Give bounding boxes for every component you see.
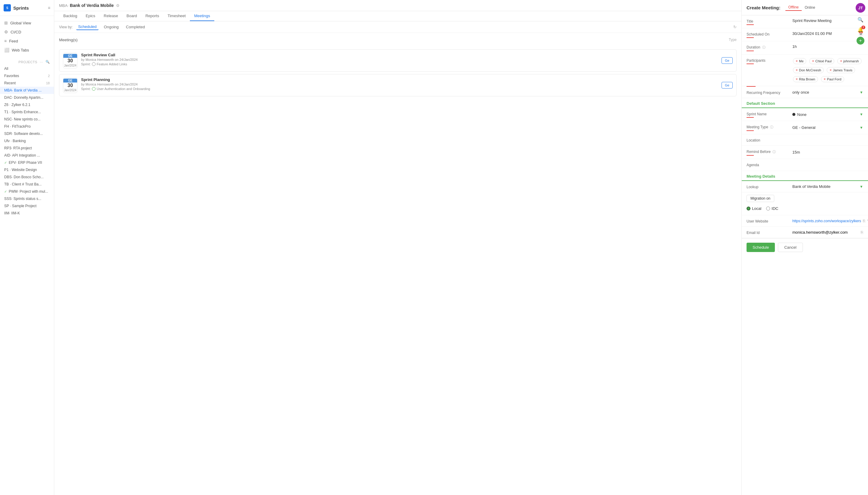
remind-before-info-icon[interactable]: ⓘ [772, 150, 776, 154]
sprint-none-text: None [797, 112, 806, 117]
sidebar-project-ufv[interactable]: Ufv · Banking [0, 137, 54, 144]
sidebar-item-global-view[interactable]: ⊞ Global View [0, 18, 54, 28]
radio-idc[interactable]: IDC [766, 206, 778, 211]
meeting-title: Sprint Review Call [81, 53, 733, 57]
ci-cd-icon: ⚙ [4, 30, 8, 34]
sidebar-project-fh[interactable]: FH · FitTrackPro [0, 123, 54, 130]
sidebar-item-feed[interactable]: ≡ Feed [0, 36, 54, 46]
projects-search-icon[interactable]: 🔍 [46, 60, 50, 64]
footer-actions: Schedule Cancel [742, 238, 868, 256]
check-icon: ✓ [4, 161, 7, 165]
settings-icon[interactable]: ⚙ [116, 3, 120, 8]
sprint-name-value[interactable]: None ▼ [792, 112, 863, 117]
sidebar-item-label: Web Tabs [12, 48, 29, 52]
form-row-duration: Duration ⓘ 1h [742, 41, 868, 54]
notification-icon[interactable]: 🔔 [857, 27, 864, 33]
search-icon[interactable]: 🔍 [857, 17, 864, 22]
view-scheduled[interactable]: Scheduled [76, 24, 98, 30]
participant-tag: × Paul Ford [821, 76, 844, 82]
form-row-location: Location [742, 134, 868, 146]
sidebar-project-pwm[interactable]: ✓PWM· Project with mul... [0, 188, 54, 195]
sidebar-project-rp3[interactable]: RP3· RTA project [0, 144, 54, 152]
mode-offline[interactable]: Offline [785, 4, 802, 11]
mode-online[interactable]: Online [802, 4, 818, 11]
participant-tag: × James Travis [827, 67, 855, 73]
tab-reports[interactable]: Reports [141, 11, 163, 21]
duration-value: 1h [792, 44, 863, 49]
lookup-value[interactable]: Bank of Verdia Mobile ▼ [792, 184, 863, 189]
remind-before-value[interactable]: 15m [792, 150, 863, 154]
sprint-name-label: Sprint Name [747, 111, 789, 118]
sidebar-project-aid[interactable]: AID· API Integration ... [0, 152, 54, 159]
sidebar-item-web-tabs[interactable]: ⬜ Web Tabs [0, 46, 54, 54]
user-avatar[interactable]: JT [856, 3, 865, 13]
meeting-type-value[interactable]: GE - General ▼ [792, 125, 863, 130]
schedule-button[interactable]: Schedule [747, 243, 775, 252]
sidebar-item-label: Feed [9, 39, 18, 44]
projects-section-label: PROJECTS ··· 🔍 [0, 57, 54, 65]
sidebar-project-recent[interactable]: Recent18 [0, 80, 54, 87]
user-website-label: User Website [747, 218, 789, 223]
sprint-name: Feature Added Links [97, 62, 127, 66]
view-ongoing[interactable]: Ongoing [102, 24, 120, 30]
sidebar-project-dac[interactable]: DAC· Donnelly Apartm... [0, 94, 54, 101]
sidebar-project-sdr[interactable]: SDR· Software develo... [0, 130, 54, 137]
cancel-button[interactable]: Cancel [778, 243, 803, 252]
sidebar-project-iim[interactable]: IIM· IIM-K [0, 209, 54, 217]
sidebar-project-tb[interactable]: TB · Client # Trust Ba... [0, 181, 54, 188]
meeting-card: GE 30 Jan/2024 Sprint Review Call by Mon… [59, 49, 737, 72]
form-row-title: Title Sprint Review Meeting [742, 15, 868, 28]
projects-more-icon[interactable]: ··· [40, 60, 43, 64]
sprint-dot [792, 113, 796, 116]
sidebar-project-nsc[interactable]: NSC· New sprints co... [0, 116, 54, 123]
participant-tag: × Me [793, 58, 806, 64]
sprint-name: User Authentication and Onboarding [97, 87, 150, 91]
main-content: MBA· Bank of Verdia Mobile ⚙ Backlog Epi… [54, 0, 741, 495]
view-completed[interactable]: Completed [124, 24, 147, 30]
add-button[interactable]: + [856, 37, 864, 45]
tab-backlog[interactable]: Backlog [59, 11, 81, 21]
dropdown-arrow-icon: ▼ [859, 90, 863, 95]
sidebar-project-sss[interactable]: SSS· Sprints status s... [0, 195, 54, 202]
meeting-info: Sprint Review Call by Monica Hemsworth o… [81, 53, 733, 66]
tab-epics[interactable]: Epics [81, 11, 99, 21]
tab-meetings[interactable]: Meetings [190, 11, 214, 21]
form-row-sprint-name: Sprint Name None ▼ [742, 108, 868, 121]
duration-text: 1h [792, 44, 797, 49]
menu-icon[interactable]: ≡ [48, 5, 50, 10]
sidebar-project-epv[interactable]: ✓EPV· ERP Phase VII [0, 159, 54, 166]
radio-local[interactable]: Local [747, 206, 761, 211]
email-copy-icon[interactable]: ⎘ [861, 230, 863, 235]
refresh-icon[interactable]: ↻ [733, 25, 737, 29]
sidebar-project-mba[interactable]: MBA· Bank of Verdia ... [0, 87, 54, 94]
sidebar-project-all[interactable]: All [0, 65, 54, 72]
global-view-icon: ⊞ [4, 20, 8, 25]
duration-info-icon[interactable]: ⓘ [762, 46, 766, 49]
get-button[interactable]: Ge [722, 57, 733, 64]
projects-list: All Favorites2 Recent18 MBA· Bank of Ver… [0, 65, 54, 495]
sidebar-project-sp[interactable]: SP · Sample Project [0, 202, 54, 209]
get-button[interactable]: Ge [722, 82, 733, 88]
panel-body: Title Sprint Review Meeting Scheduled On… [742, 15, 868, 238]
top-right-panel: JT 🔍 🔔 + [853, 0, 868, 48]
copy-icon[interactable]: ⎘ [863, 219, 865, 223]
sidebar-project-p1[interactable]: P1 · Website Design [0, 166, 54, 173]
sidebar-item-ci-cd[interactable]: ⚙ CI/CD [0, 28, 54, 36]
tab-timesheet[interactable]: Timesheet [163, 11, 190, 21]
meeting-type-info-icon[interactable]: ⓘ [770, 125, 773, 129]
project-name: Bank of Verdia Mobile [70, 3, 114, 8]
tab-release[interactable]: Release [99, 11, 122, 21]
sidebar-project-t1[interactable]: T1 · Sprints Enhance... [0, 108, 54, 116]
badge-day: 30 [67, 58, 73, 64]
email-id-label: Email Id [747, 230, 789, 235]
agenda-label: Agenda [747, 162, 789, 167]
sidebar-project-favorites[interactable]: Favorites2 [0, 72, 54, 80]
project-header-title: MBA· Bank of Verdia Mobile [59, 3, 114, 8]
website-url[interactable]: https://sprints.zoho.com/workspace/zylke… [792, 219, 861, 223]
recurring-value[interactable]: only once ▼ [792, 90, 863, 95]
sidebar-project-z6[interactable]: Z6 · Zylker 6.2.1 [0, 101, 54, 108]
tab-board[interactable]: Board [122, 11, 141, 21]
app-logo: S [4, 4, 11, 12]
view-bar: View by: Scheduled Ongoing Completed ↻ [54, 21, 741, 33]
sidebar-project-dbs[interactable]: DBS· Don Bosco Scho... [0, 173, 54, 181]
